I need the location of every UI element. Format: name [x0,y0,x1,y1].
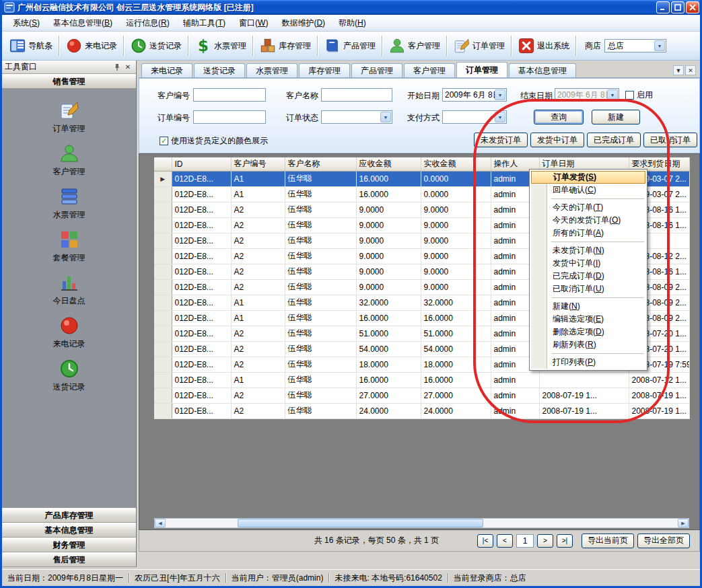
context-menu-item[interactable]: 编辑选定项(E) [531,313,645,326]
chevron-down-icon[interactable]: ▼ [654,40,665,51]
order-status-filter-button[interactable]: 未发货订单 [474,133,528,147]
context-menu-item[interactable]: 刷新列表(R) [531,338,645,351]
chevron-down-icon[interactable]: ▼ [380,112,391,122]
sidebar-item[interactable]: 套餐管理 [2,225,136,268]
row-selector-cell[interactable] [154,186,172,202]
row-selector-cell[interactable] [154,248,172,264]
column-header[interactable]: 客户编号 [231,157,285,171]
context-menu-item[interactable]: 发货中订单(I) [531,257,645,270]
sidebar-section-header[interactable]: 产品库存管理 [2,508,136,523]
tab-item[interactable]: 水票管理 [246,63,297,77]
tab-item[interactable]: 基本信息管理 [509,63,576,77]
tool-window-close-icon[interactable]: ✕ [122,62,133,72]
row-selector-cell[interactable] [154,217,172,233]
context-menu-item[interactable]: 打印列表(P) [531,356,645,369]
pay-method-select[interactable]: ▼ [442,110,507,124]
column-header[interactable]: 实收金额 [421,157,491,171]
row-selector-cell[interactable] [154,372,172,388]
row-selector-cell[interactable] [154,310,172,326]
row-selector-cell[interactable] [154,326,172,341]
menu-item[interactable]: 辅助工具(T) [176,15,232,31]
title-bar[interactable]: 广州创云融信技术有限公司 创云三层送水管理系统网络版 [已注册] [0,0,702,15]
minimize-button[interactable] [656,1,670,13]
chevron-down-icon[interactable]: ▼ [495,112,505,122]
context-menu-item[interactable]: 已取消订单(U) [531,283,645,295]
context-menu-item[interactable]: 删除选定项(D) [531,326,645,338]
context-menu-item[interactable]: 今天的订单(T) [531,201,645,214]
store-select[interactable]: 总店▼ [604,39,666,52]
scrollbar-track[interactable] [166,519,678,527]
order-status-filter-button[interactable]: 已取消订单 [643,133,697,147]
sidebar-section-header[interactable]: 财务管理 [2,538,136,552]
chevron-down-icon[interactable]: ▼ [607,89,618,100]
scroll-right-icon[interactable]: ▶ [678,519,689,527]
table-row[interactable]: 012D-E8...A1伍华聪16.000016.0000admin2008-0… [154,372,689,388]
context-menu-item[interactable]: 未发货订单(N) [531,244,645,257]
toolbar-button[interactable]: $水票管理 [190,34,250,57]
sidebar-item[interactable]: 今日盘点 [2,268,136,311]
menu-item[interactable]: 数据维护(D) [275,15,332,31]
row-selector-cell[interactable] [154,403,172,418]
customer-no-input[interactable] [193,88,266,102]
row-selector-cell[interactable] [154,279,172,295]
menu-item[interactable]: 运行信息(R) [119,15,176,31]
pin-icon[interactable] [112,62,122,72]
toolbar-button[interactable]: 来电记录 [61,34,121,57]
customer-name-input[interactable] [321,88,392,102]
new-button[interactable]: 新建 [592,110,640,124]
row-selector-cell[interactable] [154,264,172,279]
row-selector-cell[interactable] [154,341,172,357]
export-current-page-button[interactable]: 导出当前页 [582,534,634,548]
row-selector-cell[interactable] [154,233,172,248]
order-status-filter-button[interactable]: 已完成订单 [587,133,641,147]
column-header[interactable]: ID [172,157,231,171]
tab-item[interactable]: 送货记录 [194,63,245,77]
close-button[interactable] [686,1,699,13]
menu-item[interactable]: 系统(S) [6,15,46,31]
last-page-button[interactable]: >| [557,534,573,548]
row-selector-cell[interactable] [154,295,172,310]
order-status-filter-button[interactable]: 发货中订单 [530,133,584,147]
toolbar-button[interactable]: 送货记录 [126,34,186,57]
tab-close-icon[interactable]: ✕ [685,65,696,75]
first-page-button[interactable]: |< [477,534,493,548]
export-all-pages-button[interactable]: 导出全部页 [637,534,690,548]
current-page-input[interactable]: 1 [516,534,534,548]
column-header[interactable]: 客户名称 [285,157,356,171]
end-date-picker[interactable]: 2009年 6月 8日 ▼ [555,88,619,102]
toolbar-button[interactable]: 客户管理 [384,34,444,57]
toolbar-button[interactable]: 产品管理 [320,34,380,57]
context-menu-item[interactable]: 所有的订单(A) [531,227,645,240]
sidebar-item[interactable]: 客户管理 [2,139,136,182]
scroll-left-icon[interactable]: ◀ [155,519,166,527]
tab-item[interactable]: 产品管理 [351,63,402,77]
scrollbar-thumb[interactable] [238,519,483,527]
tab-item[interactable]: 库存管理 [299,63,350,77]
sidebar-section-header[interactable]: 基本信息管理 [2,523,136,538]
order-status-select[interactable]: ▼ [321,110,392,124]
toolbar-button[interactable]: 退出系统 [514,34,573,57]
sidebar-section-sales[interactable]: 销售管理 [2,74,136,89]
toolbar-button[interactable]: 库存管理 [255,34,315,57]
row-selector-cell[interactable] [154,357,172,372]
toolbar-button[interactable]: 导航条 [5,34,57,57]
table-row[interactable]: 012D-E8...A2伍华聪27.000027.0000admin2008-0… [154,388,689,403]
context-menu-item[interactable]: 新建(N) [531,300,645,313]
menu-item[interactable]: 窗口(W) [232,15,275,31]
delivery-color-checkbox[interactable]: ✓ 使用送货员定义的颜色展示 [160,135,268,147]
menu-item[interactable]: 帮助(H) [332,15,373,31]
order-no-input[interactable] [193,110,266,124]
row-selector-cell[interactable]: ▶ [154,171,172,186]
query-button[interactable]: 查询 [534,110,584,124]
row-selector-cell[interactable] [154,202,172,217]
tab-active[interactable]: 订单管理 [456,62,507,77]
context-menu-item[interactable]: 回单确认(C) [531,184,645,196]
sidebar-section-header[interactable]: 售后管理 [2,552,136,567]
column-header[interactable]: 应收金额 [356,157,421,171]
maximize-button[interactable] [671,1,685,13]
sidebar-item[interactable]: 送货记录 [2,354,136,397]
table-row[interactable]: 012D-E8...A2伍华聪24.000024.0000admin2008-0… [154,403,689,418]
sidebar-item[interactable]: 来电记录 [2,311,136,354]
context-menu-item[interactable]: 订单发货(S) [531,171,645,184]
sidebar-item[interactable]: 水票管理 [2,182,136,225]
